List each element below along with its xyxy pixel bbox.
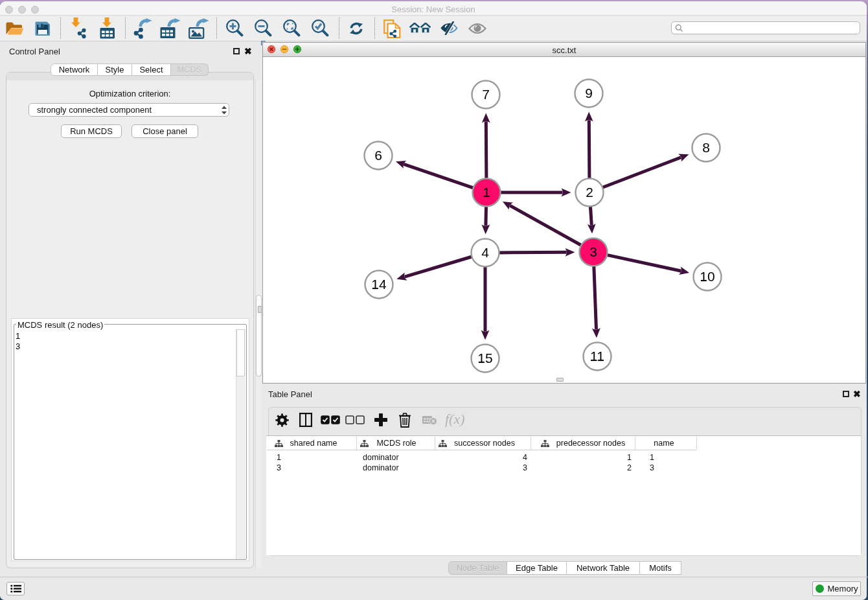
svg-text:4: 4	[481, 245, 489, 260]
svg-text:2: 2	[586, 185, 593, 200]
svg-text:3: 3	[589, 244, 597, 259]
svg-text:9: 9	[585, 86, 593, 100]
svg-text:14: 14	[371, 277, 387, 292]
svg-text:1: 1	[483, 185, 490, 200]
svg-text:10: 10	[700, 269, 714, 284]
svg-text:7: 7	[482, 87, 490, 102]
svg-text:11: 11	[590, 349, 604, 363]
svg-text:6: 6	[374, 148, 382, 163]
svg-text:15: 15	[477, 351, 492, 365]
svg-text:8: 8	[702, 140, 710, 155]
